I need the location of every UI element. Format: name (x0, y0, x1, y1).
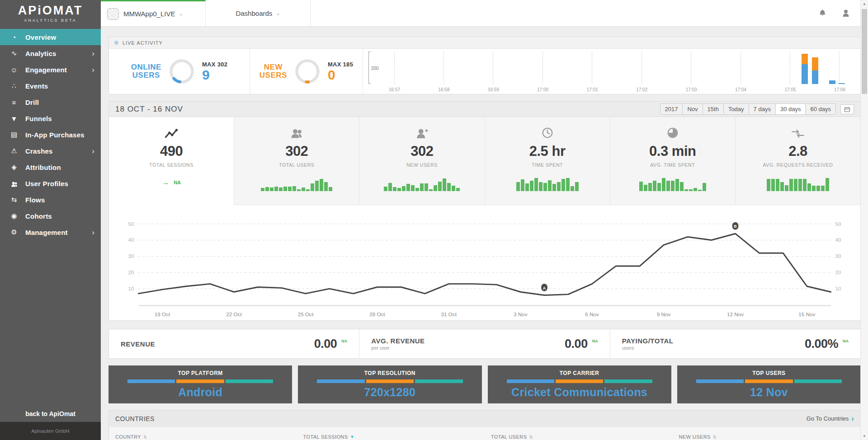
scroll-up-icon[interactable]: ▲ (861, 2, 868, 6)
chevron-down-icon: ⌄ (276, 10, 280, 16)
online-users-gauge: ONLINE USERS MAX 302 9 (109, 49, 250, 94)
na-badge: NA (592, 339, 598, 343)
gauge-icon: ◔ (7, 33, 21, 41)
sidebar-item-attribution[interactable]: ◈ Attribution (0, 159, 101, 175)
svg-text:19 Oct: 19 Oct (155, 311, 170, 317)
sidebar-nav: ◔ Overview ∿ Analytics › ☺ Engagement › … (0, 29, 101, 240)
new-users-donut-icon (294, 58, 321, 84)
svg-text:B: B (734, 224, 736, 229)
user-plus-icon (415, 126, 429, 140)
calendar-button[interactable] (840, 104, 854, 114)
svg-text:22 Oct: 22 Oct (226, 311, 242, 317)
60-days-button[interactable]: 60 days (806, 104, 835, 114)
sidebar-item-events[interactable]: ∴ Events (0, 78, 101, 94)
clock-quadrant-icon (666, 126, 679, 140)
users-icon (290, 126, 303, 140)
user-account-icon[interactable] (842, 9, 850, 17)
date-range-title: 18 OCT - 16 NOV (115, 105, 183, 114)
top-users-card[interactable]: TOP USERS 12 Nov (677, 365, 861, 403)
logo-subtitle: ANALYTICS BETA (0, 18, 101, 23)
scrollbar-thumb[interactable] (862, 9, 867, 94)
stat-card-total-users[interactable]: 302 TOTAL USERS (234, 117, 359, 205)
segment-bar-icon (127, 379, 273, 383)
filter-lines-icon: ≡ (7, 98, 21, 106)
sidebar-item-drill[interactable]: ≡ Drill (0, 94, 101, 110)
credit-card-icon: ▤ (7, 131, 21, 139)
svg-text:20: 20 (128, 269, 134, 275)
dashboards-menu[interactable]: Dashboards ⌄ (206, 0, 311, 26)
svg-text:50: 50 (835, 221, 842, 227)
stat-card-time-spent[interactable]: 2.5 hr TIME SPENT (485, 117, 610, 205)
top-carrier-card[interactable]: TOP CARRIER Cricket Communications (488, 365, 671, 403)
svg-text:28 Oct: 28 Oct (369, 311, 385, 317)
sidebar: APiOMAT ANALYTICS BETA ◔ Overview ∿ Anal… (0, 0, 101, 440)
segment-bar-icon (696, 379, 842, 383)
chevron-right-icon: › (92, 50, 94, 57)
sidebar-item-overview[interactable]: ◔ Overview (0, 29, 101, 45)
top-resolution-card[interactable]: TOP RESOLUTION 720x1280 (298, 365, 481, 403)
sidebar-item-analytics[interactable]: ∿ Analytics › (0, 45, 101, 61)
stat-card-total-sessions[interactable]: 490 TOTAL SESSIONS → NA (109, 117, 234, 205)
new-users-value: 0 (328, 68, 353, 82)
month-button[interactable]: Nov (683, 104, 703, 114)
app-selector[interactable]: MMWApp0_LIVE ⌄ (101, 0, 206, 26)
sidebar-item-user-profiles[interactable]: User Profiles (0, 175, 101, 192)
online-users-donut-icon (169, 58, 195, 84)
logo-wordmark: APiOMAT (0, 4, 101, 18)
new-users-label: NEW USERS (259, 63, 287, 80)
stats-row: 490 TOTAL SESSIONS → NA 302 TOTAL USERS (109, 117, 860, 205)
stat-card-avg-time-spent[interactable]: 0.3 min AVG. TIME SPENT (610, 117, 736, 205)
sidebar-item-management[interactable]: ⚙ Management › (0, 224, 101, 240)
sidebar-item-crashes[interactable]: ⚠ Crashes › (0, 143, 101, 159)
warning-icon: ⚠ (7, 147, 21, 155)
30-days-button[interactable]: 30 days (776, 104, 806, 114)
sidebar-item-engagement[interactable]: ☺ Engagement › (0, 61, 101, 78)
chevron-right-icon: › (92, 229, 94, 236)
countries-table: COUNTRY ⇅ TOTAL SESSIONS ▼ TOTAL USERS ⇅ (108, 426, 861, 440)
year-button[interactable]: 2017 (660, 104, 683, 114)
column-header-total-users[interactable]: TOTAL USERS ⇅ (485, 434, 673, 440)
page-scrollbar[interactable]: ▲ ▼ (860, 0, 868, 440)
sessions-trend-chart: 1010202030304040505019 Oct22 Oct25 Oct28… (109, 205, 860, 320)
avg-revenue-value: 0.00 (565, 337, 588, 351)
top-cards-row: TOP PLATFORM Android TOP RESOLUTION 720x… (108, 365, 861, 403)
sidebar-item-flows[interactable]: ⇆ Flows (0, 192, 101, 208)
cohorts-icon: ◉ (7, 212, 21, 220)
live-chart-axis-label: 200 (371, 66, 379, 71)
svg-text:31 Oct: 31 Oct (441, 311, 457, 317)
chevron-right-icon: › (92, 147, 94, 155)
sparkline-chart (639, 178, 706, 191)
day-button[interactable]: 15th (703, 104, 724, 114)
revenue-panel: REVENUE 0.00 NA AVG. REVENUE per user 0.… (108, 329, 861, 359)
app-logo: APiOMAT ANALYTICS BETA (0, 0, 101, 27)
go-to-countries-link[interactable]: Go To Countries › (807, 414, 854, 423)
live-activity-header: LIVE ACTIVITY (109, 37, 860, 49)
new-users-gauge: NEW USERS MAX 185 0 (250, 49, 363, 94)
column-header-new-users[interactable]: NEW USERS ⇅ (673, 434, 861, 440)
company-name: Apinauten GmbH (0, 422, 101, 440)
app-root: APiOMAT ANALYTICS BETA ◔ Overview ∿ Anal… (0, 0, 868, 440)
pulse-icon: ∿ (7, 49, 21, 57)
scroll-down-icon[interactable]: ▼ (861, 434, 868, 438)
column-header-total-sessions[interactable]: TOTAL SESSIONS ▼ (297, 434, 485, 440)
online-users-label: ONLINE USERS (131, 63, 161, 80)
7-days-button[interactable]: 7 days (749, 104, 776, 114)
stat-card-avg-requests[interactable]: 2.8 AVG. REQUESTS RECEIVED (736, 117, 860, 205)
notifications-bell-icon[interactable] (818, 9, 826, 17)
new-users-max: MAX 185 (328, 61, 353, 68)
stat-card-new-users[interactable]: 302 NEW USERS (359, 117, 485, 205)
back-to-apiomat-link[interactable]: back to ApiOmat (0, 406, 101, 422)
date-range-panel: 18 OCT - 16 NOV 2017 Nov 15th Today 7 da… (108, 101, 861, 321)
sidebar-item-funnels[interactable]: ▼ Funnels (0, 110, 101, 126)
sidebar-item-in-app-purchases[interactable]: ▤ In-App Purchases (0, 126, 101, 143)
svg-text:25 Oct: 25 Oct (298, 311, 314, 317)
line-chart-icon (165, 126, 178, 140)
live-status-dot-icon (114, 41, 118, 45)
today-button[interactable]: Today (724, 104, 749, 114)
svg-text:15 Nov: 15 Nov (798, 311, 815, 317)
column-header-country[interactable]: COUNTRY ⇅ (109, 434, 297, 440)
smiley-icon: ☺ (7, 66, 21, 74)
sidebar-item-cohorts[interactable]: ◉ Cohorts (0, 208, 101, 224)
top-platform-card[interactable]: TOP PLATFORM Android (108, 365, 292, 403)
live-activity-chart: 200 16:5716:5816:5917:0017:0117:0217:031… (363, 49, 860, 94)
